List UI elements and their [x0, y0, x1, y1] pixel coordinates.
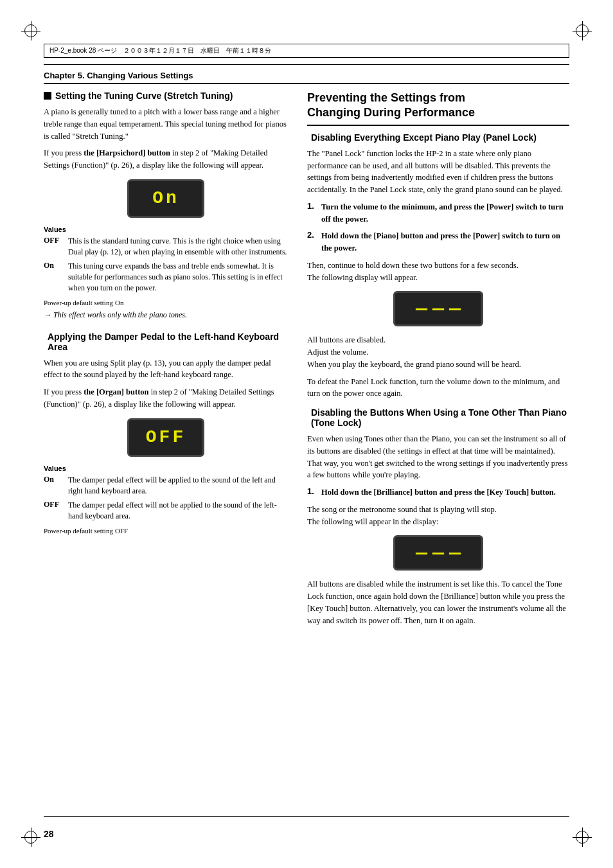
right-s2-display-wrapper: — — —: [307, 535, 569, 571]
bottom-rule: [44, 816, 569, 817]
bullet-icon: [44, 92, 51, 100]
right-s1-display: — — —: [393, 291, 483, 326]
values2-row-on: On The damper pedal effect will be appli…: [44, 475, 288, 497]
chapter-title: Chapter 5. Changing Various Settings: [44, 71, 569, 84]
reg-mark-tr: [576, 24, 589, 37]
right-s2-display: — — —: [393, 535, 483, 571]
header-text: HP-2_e.book 28 ページ ２００３年１２月１７日 水曜日 午前１１時…: [49, 47, 271, 54]
section1-para1: A piano is generally tuned to a pitch wi…: [44, 106, 288, 142]
dash6: —: [449, 544, 461, 563]
big-heading-line2: Changing During Performance: [307, 106, 475, 119]
values2-row-off: OFF The damper pedal effect will not be …: [44, 500, 288, 522]
values-desc-off: This is the standard tuning curve. This …: [68, 236, 288, 258]
right-s1-para4: To defeat the Panel Lock function, turn …: [307, 376, 569, 400]
right-section2-heading-text: Disabling the Buttons When Using a Tone …: [311, 407, 569, 428]
right-s1-display-wrapper: — — —: [307, 291, 569, 326]
section2-display: OFF: [127, 418, 204, 457]
section2-para1: When you are using Split play (p. 13), y…: [44, 357, 288, 382]
step1-num: 1.: [307, 201, 317, 211]
reg-mark-tl: [24, 24, 37, 37]
section1-display: On: [127, 179, 204, 218]
dash3: —: [449, 299, 461, 319]
section2-heading-text: Applying the Damper Pedal to the Left-ha…: [48, 332, 288, 352]
right-s2-para2: The song or the metronome sound that is …: [307, 504, 569, 528]
section2-para2: If you press the [Organ] button in step …: [44, 386, 288, 411]
section1-power-default: Power-up default setting On: [44, 299, 288, 306]
values2-key-off: OFF: [44, 500, 63, 509]
reg-mark-br: [576, 831, 589, 844]
section2-values-table: On The damper pedal effect will be appli…: [44, 475, 288, 522]
values2-desc-off: The damper pedal effect will not be appl…: [68, 500, 288, 522]
reg-mark-bl: [24, 831, 37, 844]
power-default-label1: Power-up default setting: [44, 299, 113, 306]
right-section1-para1: The "Panel Lock" function locks the HP-2…: [307, 148, 569, 196]
power-default-value2: OFF: [115, 527, 128, 535]
section1-note: This effect works only with the piano to…: [44, 310, 288, 320]
power-default-value1: On: [115, 299, 123, 306]
values-row-on: On This tuning curve expands the bass an…: [44, 261, 288, 293]
section1-heading-text: Setting the Tuning Curve (Stretch Tuning…: [55, 91, 233, 101]
page: HP-2_e.book 28 ページ ２００３年１２月１７日 水曜日 午前１１時…: [0, 0, 613, 868]
section2-values-label: Values: [44, 465, 288, 472]
right-s1-step1: 1. Turn the volume to the minimum, and p…: [307, 201, 569, 226]
page-number: 28: [44, 829, 54, 839]
right-section1-heading: Disabling Everything Except Piano Play (…: [307, 132, 569, 143]
section2-display-wrapper: OFF: [44, 418, 288, 457]
s2-step1-num: 1.: [307, 486, 317, 496]
values2-desc-on: The damper pedal effect will be applied …: [68, 475, 288, 497]
big-heading: Preventing the Settings from Changing Du…: [307, 91, 569, 126]
section1-values-label: Values: [44, 226, 288, 233]
section2-heading: Applying the Damper Pedal to the Left-ha…: [44, 332, 288, 352]
section1-heading: Setting the Tuning Curve (Stretch Tuning…: [44, 91, 288, 101]
step2-text: Hold down the [Piano] button and press t…: [321, 230, 569, 254]
values-key-off: OFF: [44, 236, 63, 245]
section2-power-default: Power-up default setting OFF: [44, 527, 288, 535]
power-default-label2: Power-up default setting: [44, 527, 113, 535]
dash1: —: [416, 299, 427, 319]
right-section1-heading-text: Disabling Everything Except Piano Play (…: [311, 132, 537, 143]
right-column: Preventing the Settings from Changing Du…: [307, 91, 569, 817]
section1-para2: If you press the [Harpsichord] button in…: [44, 147, 288, 172]
header-bar: HP-2_e.book 28 ページ ２００３年１２月１７日 水曜日 午前１１時…: [44, 44, 569, 58]
step1-text: Turn the volume to the minimum, and pres…: [321, 201, 569, 226]
section1-display-text: On: [152, 188, 179, 208]
right-s2-step1: 1. Hold down the [Brilliance] button and…: [307, 486, 569, 499]
top-rule: [44, 64, 569, 65]
dash2: —: [432, 299, 444, 319]
right-s1-step2: 2. Hold down the [Piano] button and pres…: [307, 230, 569, 254]
two-col-layout: Setting the Tuning Curve (Stretch Tuning…: [44, 91, 569, 817]
left-column: Setting the Tuning Curve (Stretch Tuning…: [44, 91, 288, 817]
step2-num: 2.: [307, 230, 317, 240]
dash5: —: [432, 544, 444, 563]
values-key-on: On: [44, 261, 63, 270]
big-heading-line1: Preventing the Settings from: [307, 91, 465, 104]
right-section2-heading: Disabling the Buttons When Using a Tone …: [307, 407, 569, 428]
section1-values-table: OFF This is the standard tuning curve. T…: [44, 236, 288, 294]
dash4: —: [416, 544, 427, 563]
section1-display-wrapper: On: [44, 179, 288, 218]
section2-display-text: OFF: [146, 427, 186, 447]
s2-step1-text: Hold down the [Brilliance] button and pr…: [321, 486, 556, 499]
content-area: Chapter 5. Changing Various Settings Set…: [44, 71, 569, 817]
right-s2-para1: Even when using Tones other than the Pia…: [307, 433, 569, 481]
values-desc-on: This tuning curve expands the bass and t…: [68, 261, 288, 293]
right-s2-para3: All buttons are disabled while the instr…: [307, 578, 569, 626]
right-s1-para3: All buttons are disabled.Adjust the volu…: [307, 334, 569, 370]
right-s1-para2: Then, continue to hold down these two bu…: [307, 260, 569, 284]
values2-key-on: On: [44, 475, 63, 484]
values-row-off: OFF This is the standard tuning curve. T…: [44, 236, 288, 258]
